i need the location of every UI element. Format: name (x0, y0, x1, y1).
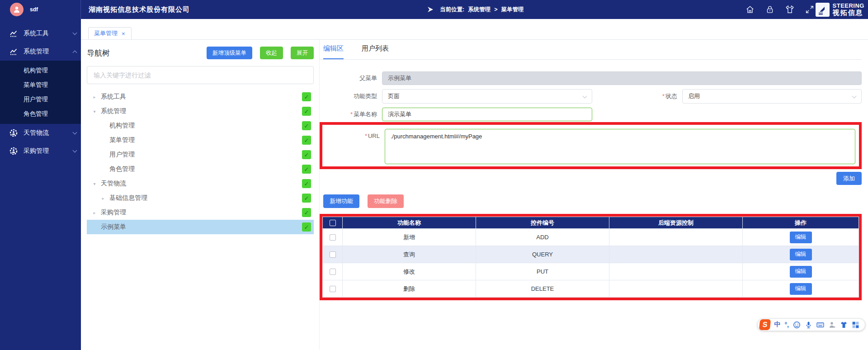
fullscreen-icon[interactable] (805, 5, 815, 14)
toolbox-icon[interactable] (852, 321, 859, 329)
nav-tree: 系统工具 系统管理 机构管理 菜单管理 (87, 90, 314, 234)
person-icon (13, 5, 21, 14)
expand-all-button[interactable]: 展开 (291, 47, 314, 59)
sidebar-item-org-management[interactable]: 机构管理 (0, 63, 81, 78)
check-icon[interactable] (302, 208, 311, 217)
brand-logo-icon (816, 3, 830, 17)
tree-node-system-tools[interactable]: 系统工具 (87, 90, 314, 104)
sidebar-item-label: 天管物流 (24, 129, 49, 137)
row-checkbox[interactable] (330, 234, 336, 241)
edit-row-button[interactable]: 编辑 (790, 249, 812, 260)
topbar-icon-group (745, 0, 815, 19)
tree-node-menu-management[interactable]: 菜单管理 (87, 133, 314, 147)
sidebar-item-label: 系统工具 (24, 29, 49, 38)
person-icon[interactable] (828, 321, 836, 329)
tree-node-org-management[interactable]: 机构管理 (87, 118, 314, 133)
sidebar-item-role-management[interactable]: 角色管理 (0, 107, 81, 121)
collapse-arrow-icon[interactable] (91, 109, 98, 114)
table-row: 查询 QUERY 编辑 (323, 246, 859, 263)
keyboard-icon[interactable] (816, 321, 824, 329)
tree-node-tianguan-logistics[interactable]: 天管物流 (87, 176, 314, 191)
sidebar-item-tianguan-logistics[interactable]: 天管物流 (0, 124, 81, 142)
tree-node-system-management[interactable]: 系统管理 (87, 104, 314, 118)
check-icon[interactable] (302, 194, 311, 203)
collapse-arrow-icon[interactable] (91, 181, 98, 186)
check-icon[interactable] (302, 92, 311, 101)
menu-edit-form: 父菜单 功能类型 页面 *状态 启用 (320, 60, 862, 185)
tree-node-example-menu[interactable]: 示例菜单 (87, 220, 314, 234)
tree-filter-input[interactable] (87, 66, 314, 84)
arrow-right-icon (427, 6, 436, 13)
check-icon[interactable] (302, 222, 311, 232)
home-icon[interactable] (745, 5, 755, 14)
menu-name-field[interactable] (382, 108, 592, 121)
expand-arrow-icon[interactable] (91, 210, 98, 215)
sidebar-item-user-management[interactable]: 用户管理 (0, 92, 81, 107)
parent-menu-field (382, 71, 862, 85)
add-top-menu-button[interactable]: 新增顶级菜单 (207, 47, 252, 59)
breadcrumb-parent[interactable]: 系统管理 (468, 6, 491, 14)
sidebar-item-system-management[interactable]: 系统管理 (0, 43, 81, 61)
row-checkbox[interactable] (330, 269, 336, 275)
microphone-icon[interactable] (805, 321, 812, 329)
expand-arrow-icon[interactable] (91, 95, 98, 99)
breadcrumb-current[interactable]: 菜单管理 (501, 6, 524, 14)
url-label: *URL (322, 129, 385, 139)
location-label: 当前位置: (440, 6, 464, 14)
sogou-logo-icon[interactable]: S (759, 319, 771, 330)
row-checkbox[interactable] (330, 251, 336, 258)
ime-punct-toggle[interactable]: °, (785, 321, 789, 328)
page-tabbar: 菜单管理 × (81, 19, 868, 40)
chevron-down-icon (73, 31, 77, 35)
brand-name: STEERING (833, 3, 864, 9)
expand-arrow-icon[interactable] (100, 196, 106, 201)
tree-node-user-management[interactable]: 用户管理 (87, 147, 314, 162)
check-icon[interactable] (302, 165, 311, 174)
function-type-select[interactable]: 页面 (382, 89, 592, 104)
topbar: sdf 湖南视拓信息技术股份有限公司 当前位置: 系统管理 > 菜单管理 (0, 0, 868, 19)
gear-user-icon (9, 128, 18, 137)
shirt-icon[interactable] (785, 5, 795, 14)
ime-lang-toggle[interactable]: 中 (774, 321, 781, 329)
tree-node-basic-info-management[interactable]: 基础信息管理 (87, 191, 314, 205)
tree-node-purchase-management[interactable]: 采购管理 (87, 205, 314, 220)
edit-row-button[interactable]: 编辑 (790, 232, 812, 243)
delete-function-button[interactable]: 功能删除 (368, 194, 404, 208)
app-window: sdf 湖南视拓信息技术股份有限公司 当前位置: 系统管理 > 菜单管理 (0, 0, 868, 350)
sidebar-item-system-tools[interactable]: 系统工具 (0, 24, 81, 43)
check-icon[interactable] (302, 136, 311, 145)
brand-name-cn: 视拓信息 (833, 9, 864, 16)
tab-user-list[interactable]: 用户列表 (362, 44, 389, 59)
chevron-down-icon (73, 148, 77, 153)
emoji-icon[interactable] (793, 321, 801, 329)
edit-row-button[interactable]: 编辑 (790, 283, 812, 295)
company-title: 湖南视拓信息技术股份有限公司 (81, 5, 190, 14)
sidebar-item-purchase-management[interactable]: 采购管理 (0, 142, 81, 160)
check-icon[interactable] (302, 179, 311, 188)
tab-label: 菜单管理 (94, 29, 118, 38)
table-row: 删除 DELETE 编辑 (323, 280, 859, 298)
edit-row-button[interactable]: 编辑 (790, 266, 812, 278)
column-header: 功能名称 (343, 217, 476, 229)
lock-icon[interactable] (765, 5, 775, 14)
skin-icon[interactable] (840, 321, 848, 329)
row-checkbox[interactable] (330, 286, 336, 292)
user-area[interactable]: sdf (0, 0, 81, 19)
sidebar-item-menu-management[interactable]: 菜单管理 (0, 78, 81, 92)
close-icon[interactable]: × (122, 30, 125, 37)
tree-node-role-management[interactable]: 角色管理 (87, 162, 314, 176)
check-icon[interactable] (302, 150, 311, 159)
username: sdf (30, 6, 38, 13)
check-icon[interactable] (302, 107, 311, 116)
add-button[interactable]: 添加 (836, 172, 862, 185)
select-all-checkbox[interactable] (330, 220, 336, 226)
avatar[interactable] (10, 3, 24, 16)
add-function-button[interactable]: 新增功能 (323, 194, 359, 208)
url-field[interactable]: ./purchmanagement.html#/myPage (385, 129, 855, 164)
collapse-all-button[interactable]: 收起 (260, 47, 283, 59)
tab-edit-area[interactable]: 编辑区 (323, 44, 344, 59)
check-icon[interactable] (302, 121, 311, 130)
tab-menu-management[interactable]: 菜单管理 × (88, 27, 132, 39)
status-select[interactable]: 启用 (682, 89, 862, 104)
column-header: 后端资源控制 (609, 217, 743, 229)
